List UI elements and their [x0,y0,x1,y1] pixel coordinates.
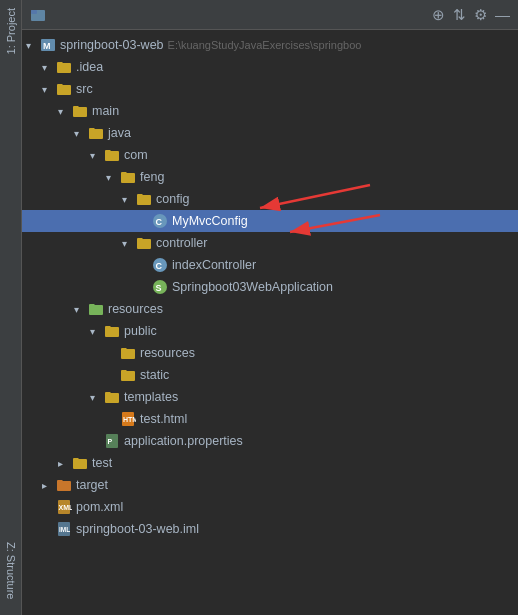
iml-icon: IML [56,521,72,537]
tree-item-static[interactable]: static [22,364,518,386]
tree-item-main[interactable]: main [22,100,518,122]
project-tab-label[interactable]: 1: Project [1,0,21,62]
tree-arrow[interactable] [42,84,56,95]
folder-icon [120,367,136,383]
folder-icon [120,169,136,185]
svg-rect-1 [31,10,37,14]
tree-arrow[interactable] [74,304,88,315]
tree-label: templates [124,390,178,404]
settings-icon[interactable]: ⚙ [474,6,487,24]
tree-item-java[interactable]: java [22,122,518,144]
tree-item-test-html[interactable]: HTMLtest.html [22,408,518,430]
tree-arrow[interactable] [26,40,40,51]
file-tree: Mspringboot-03-web E:\kuangStudyJavaExer… [22,30,518,615]
svg-text:S: S [156,283,162,293]
folder-icon [88,125,104,141]
tree-item-test[interactable]: test [22,452,518,474]
tree-item-feng[interactable]: feng [22,166,518,188]
resources-icon [88,301,104,317]
svg-text:IML: IML [59,526,70,533]
tree-label: indexController [172,258,256,272]
tree-label: feng [140,170,164,184]
tree-arrow[interactable] [106,172,120,183]
tree-label: MyMvcConfig [172,214,248,228]
svg-text:HTML: HTML [123,416,136,423]
html-icon: HTML [120,411,136,427]
tree-label: pom.xml [76,500,123,514]
tree-arrow[interactable] [122,238,136,249]
properties-icon: P [104,433,120,449]
tree-label: .idea [76,60,103,74]
tree-arrow[interactable] [42,480,56,491]
xml-icon: XML [56,499,72,515]
tree-label: src [76,82,93,96]
tree-arrow[interactable] [90,326,104,337]
tree-label: com [124,148,148,162]
collapse-all-icon[interactable]: ⇅ [453,6,466,24]
folder-icon [120,345,136,361]
tree-label: main [92,104,119,118]
tree-item-springboot-03-web[interactable]: Mspringboot-03-web E:\kuangStudyJavaExer… [22,34,518,56]
tree-label: springboot-03-web.iml [76,522,199,536]
tree-label: java [108,126,131,140]
tree-item-config[interactable]: config [22,188,518,210]
module-icon: M [40,37,56,53]
tree-item-resources[interactable]: resources [22,342,518,364]
tree-label: controller [156,236,207,250]
hide-icon[interactable]: — [495,6,510,23]
folder-icon [104,323,120,339]
tree-label: resources [140,346,195,360]
tree-item-springboot03webapplication[interactable]: SSpringboot03WebApplication [22,276,518,298]
tree-label: test.html [140,412,187,426]
tree-arrow[interactable] [42,62,56,73]
toolbar-title [30,7,59,23]
folder-target-icon [56,477,72,493]
folder-icon [136,191,152,207]
tree-item-pom-xml[interactable]: XMLpom.xml [22,496,518,518]
tree-label: application.properties [124,434,243,448]
svg-text:M: M [43,41,51,51]
tree-item-target[interactable]: target [22,474,518,496]
folder-icon [136,235,152,251]
folder-icon [72,455,88,471]
tree-label: target [76,478,108,492]
tree-item-templates[interactable]: templates [22,386,518,408]
tree-arrow[interactable] [122,194,136,205]
tree-item-indexcontroller[interactable]: CindexController [22,254,518,276]
folder-icon [56,59,72,75]
add-content-root-icon[interactable]: ⊕ [432,6,445,24]
java-class-icon: C [152,257,168,273]
project-icon [30,7,46,23]
springboot-icon: S [152,279,168,295]
tree-label: config [156,192,189,206]
main-panel: ⊕ ⇅ ⚙ — Mspringboot-03-web E:\kuangStudy… [22,0,518,615]
tree-arrow[interactable] [90,150,104,161]
tree-label: public [124,324,157,338]
toolbar-icons: ⊕ ⇅ ⚙ — [432,6,510,24]
tree-item-resources[interactable]: resources [22,298,518,320]
side-tab-project[interactable]: 1: Project Z: Structure [0,0,22,615]
tree-arrow[interactable] [58,458,72,469]
tree-item-mymvcconfig[interactable]: CMyMvcConfig [22,210,518,232]
tree-item-controller[interactable]: controller [22,232,518,254]
tree-item-src[interactable]: src [22,78,518,100]
svg-text:P: P [108,438,113,445]
tree-label: static [140,368,169,382]
tree-path-suffix: E:\kuangStudyJavaExercises\springboo [168,39,362,51]
tree-arrow[interactable] [58,106,72,117]
tree-item--idea[interactable]: .idea [22,56,518,78]
java-class-icon: C [152,213,168,229]
tree-label: Springboot03WebApplication [172,280,333,294]
svg-text:XML: XML [59,504,73,511]
svg-text:C: C [156,217,163,227]
tree-label: springboot-03-web [60,38,164,52]
structure-tab-label[interactable]: Z: Structure [1,534,21,607]
tree-item-springboot-03-web-iml[interactable]: IMLspringboot-03-web.iml [22,518,518,540]
svg-text:C: C [156,261,163,271]
tree-item-public[interactable]: public [22,320,518,342]
tree-arrow[interactable] [90,392,104,403]
tree-item-com[interactable]: com [22,144,518,166]
folder-icon [72,103,88,119]
tree-arrow[interactable] [74,128,88,139]
tree-item-application-properties[interactable]: Papplication.properties [22,430,518,452]
